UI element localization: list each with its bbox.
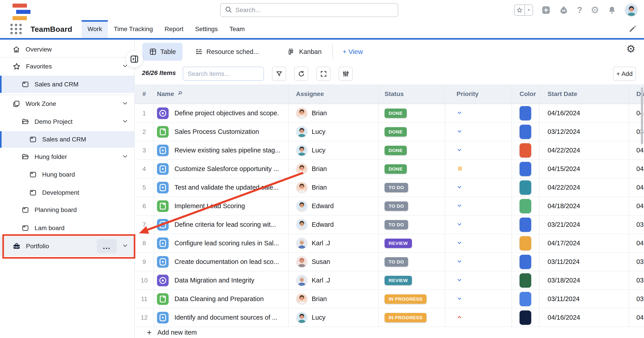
due-date-cell[interactable]: 03: [629, 271, 644, 289]
due-date-cell[interactable]: 03: [629, 253, 644, 271]
workspace-cloud-icon[interactable]: [559, 5, 568, 15]
start-date-cell[interactable]: 04/16/2024: [540, 104, 629, 122]
status-badge[interactable]: TO DO: [384, 220, 408, 229]
item-name-cell[interactable]: Data Migration and Integrity: [154, 271, 288, 289]
status-cell[interactable]: DONE: [379, 123, 445, 141]
pin-icon[interactable]: [177, 90, 183, 98]
column-header-priority[interactable]: Priority: [445, 84, 512, 104]
sidebar-item-sales-and-crm[interactable]: Sales and CRM: [0, 131, 135, 148]
color-cell[interactable]: [512, 253, 540, 271]
priority-cell[interactable]: [445, 123, 512, 141]
item-name-cell[interactable]: Review existing sales pipeline stag...: [154, 141, 288, 159]
table-row[interactable]: 7Define criteria for lead scoring wit...…: [135, 216, 644, 234]
color-cell[interactable]: [512, 216, 540, 234]
column-header-start-date[interactable]: Start Date: [540, 84, 629, 104]
column-header--[interactable]: #: [135, 84, 154, 104]
priority-cell[interactable]: [445, 216, 512, 234]
table-row[interactable]: 12Identify and document sources of ... L…: [135, 309, 644, 327]
priority-cell[interactable]: [445, 290, 512, 308]
item-name-cell[interactable]: Define criteria for lead scoring wit...: [154, 216, 288, 234]
chevron-down-icon[interactable]: [122, 118, 128, 126]
sidebar-item-favorites[interactable]: Favorites: [0, 59, 135, 74]
refresh-button[interactable]: [294, 67, 308, 81]
due-date-cell[interactable]: 04: [629, 178, 644, 196]
sidebar-item-planning-board[interactable]: Planning board: [0, 203, 135, 217]
item-name-cell[interactable]: Test and validate the updated sale...: [154, 178, 288, 196]
view-tab-kanban[interactable]: Kanban: [281, 43, 328, 61]
status-badge[interactable]: IN PROGRESS: [384, 294, 426, 304]
color-cell[interactable]: [512, 160, 540, 178]
column-settings-button[interactable]: [338, 67, 353, 81]
table-row[interactable]: 9Create documentation on lead sco... Sus…: [135, 253, 644, 271]
status-badge[interactable]: DONE: [384, 109, 407, 118]
color-chip[interactable]: [520, 292, 531, 306]
view-tab-table[interactable]: Table: [142, 43, 182, 61]
start-date-cell[interactable]: 04/22/2024: [540, 141, 629, 159]
status-badge[interactable]: REVIEW: [384, 239, 412, 248]
sidebar-item-development[interactable]: Development: [0, 185, 135, 200]
status-cell[interactable]: TO DO: [379, 178, 445, 196]
status-badge[interactable]: TO DO: [384, 183, 408, 192]
notifications-bell-icon[interactable]: [608, 6, 616, 14]
item-name-cell[interactable]: Customize Salesforce opportunity ...: [154, 160, 288, 178]
priority-down-icon[interactable]: [456, 147, 462, 154]
priority-down-icon[interactable]: [456, 240, 462, 247]
status-badge[interactable]: DONE: [384, 164, 407, 174]
start-date-cell[interactable]: 03/21/2024: [540, 216, 629, 234]
column-header-assignee[interactable]: Assignee: [288, 84, 379, 104]
color-chip[interactable]: [520, 143, 531, 158]
column-header-color[interactable]: Color: [512, 84, 540, 104]
color-cell[interactable]: [512, 197, 540, 215]
color-cell[interactable]: [512, 178, 540, 196]
filter-button[interactable]: [272, 67, 286, 81]
item-name-cell[interactable]: Configure lead scoring rules in Sal...: [154, 234, 288, 252]
color-chip[interactable]: [520, 125, 531, 139]
color-chip[interactable]: [520, 236, 531, 250]
assignee-cell[interactable]: Karl .J: [288, 234, 379, 252]
table-row[interactable]: 4Customize Salesforce opportunity ... Br…: [135, 160, 644, 178]
status-badge[interactable]: DONE: [384, 146, 407, 155]
priority-down-icon[interactable]: [456, 110, 462, 117]
due-date-cell[interactable]: 04: [629, 160, 644, 178]
priority-down-icon[interactable]: [456, 184, 462, 191]
assignee-cell[interactable]: Edward: [288, 197, 379, 215]
sidebar-item-portfolio[interactable]: Portfolio...: [0, 236, 135, 256]
color-chip[interactable]: [520, 106, 531, 120]
favorite-star-button[interactable]: [514, 4, 533, 16]
add-item-button[interactable]: + Add: [613, 67, 636, 81]
status-badge[interactable]: IN PROGRESS: [384, 313, 426, 322]
sidebar-item-demo-project[interactable]: Demo Project: [0, 114, 135, 129]
color-chip[interactable]: [520, 255, 531, 269]
start-date-cell[interactable]: 04/17/2024: [540, 234, 629, 252]
nav-tab-time-tracking[interactable]: Time Tracking: [108, 20, 159, 38]
color-cell[interactable]: [512, 123, 540, 141]
priority-cell[interactable]: [445, 104, 512, 122]
start-date-cell[interactable]: 04/18/2024: [540, 197, 629, 215]
priority-down-icon[interactable]: [456, 203, 462, 209]
start-date-cell[interactable]: 03/11/2024: [540, 290, 629, 308]
status-cell[interactable]: DONE: [379, 141, 445, 159]
color-cell[interactable]: [512, 104, 540, 122]
priority-cell[interactable]: [445, 271, 512, 289]
assignee-cell[interactable]: Susan: [288, 253, 379, 271]
table-row[interactable]: 6Implement Lead Scoring EdwardTO DO04/18…: [135, 197, 644, 216]
priority-cell[interactable]: [445, 141, 512, 159]
fullscreen-button[interactable]: [316, 67, 330, 81]
nav-tab-team[interactable]: Team: [224, 20, 250, 38]
status-badge[interactable]: REVIEW: [384, 276, 412, 285]
column-header-status[interactable]: Status: [379, 84, 445, 104]
due-date-cell[interactable]: 03: [629, 216, 644, 234]
priority-down-icon[interactable]: [456, 221, 462, 228]
priority-cell[interactable]: [445, 197, 512, 215]
chevron-down-icon[interactable]: [122, 153, 128, 161]
sidebar-item-lam-board[interactable]: Lam board: [0, 221, 135, 235]
priority-cell[interactable]: [445, 309, 512, 327]
assignee-cell[interactable]: Brian: [288, 178, 379, 196]
assignee-cell[interactable]: Lucy: [288, 141, 379, 159]
status-badge[interactable]: TO DO: [384, 201, 408, 211]
item-name-cell[interactable]: Create documentation on lead sco...: [154, 253, 288, 271]
assignee-cell[interactable]: Karl .J: [288, 271, 379, 289]
priority-down-icon[interactable]: [456, 277, 462, 284]
start-date-cell[interactable]: 04/22/2024: [540, 178, 629, 196]
status-badge[interactable]: TO DO: [384, 257, 408, 267]
